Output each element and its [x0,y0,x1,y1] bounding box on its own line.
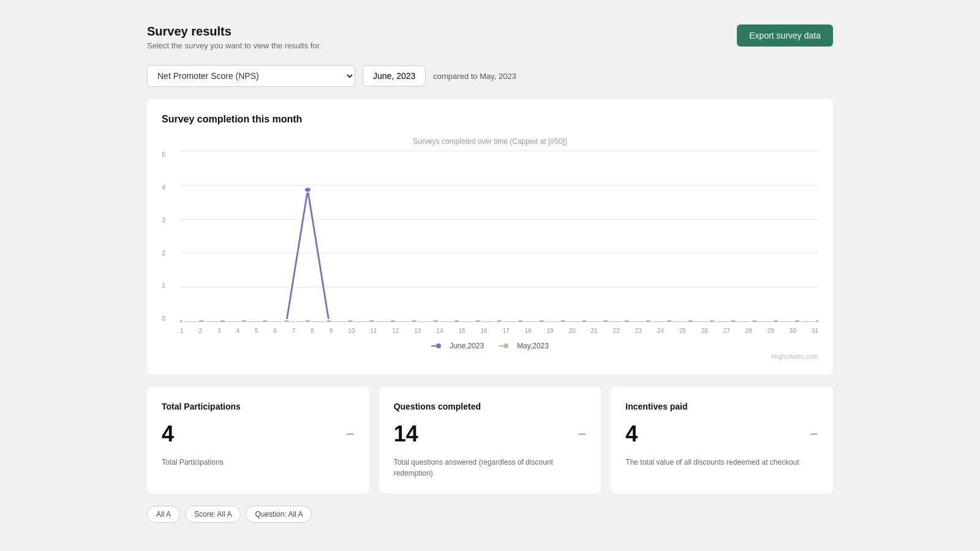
bottom-btn-1[interactable]: Score: All A [185,506,241,523]
legend-june: June,2023 [431,342,484,350]
stat-value-2: 4 [625,421,638,447]
stat-card-2: Incentives paid 4 − The total value of a… [611,387,833,493]
chart-card: Survey completion this month Surveys com… [147,99,833,375]
stat-desc-1: Total questions answered (regardless of … [394,457,587,479]
export-button[interactable]: Export survey data [737,24,833,47]
stat-title-2: Incentives paid [625,402,818,411]
chart-series-label: Surveys completed over time (Capped at [… [162,137,818,146]
stat-desc-0: Total Participations [162,457,355,468]
legend-june-line-icon [431,343,446,349]
highcharts-attribution: Highcharts.com [162,353,818,360]
svg-point-63 [436,343,441,348]
stat-value-row-1: 14 − [394,421,587,447]
bottom-buttons: All AScore: All AQuestion: All A [147,506,833,523]
stat-value-0: 4 [162,421,174,447]
y-axis: 0 1 2 3 4 5 [162,151,180,334]
svg-point-65 [503,343,508,348]
stat-value-1: 14 [394,421,418,447]
legend-may: May,2023 [499,342,549,350]
bottom-btn-2[interactable]: Question: All A [246,506,312,523]
page-title: Survey results [147,24,322,39]
chart-legend: June,2023 May,2023 [162,342,818,350]
bottom-btn-0[interactable]: All A [147,506,180,523]
stat-change-2: − [810,425,818,443]
stat-title-0: Total Participations [162,402,355,411]
x-axis: 1234567891011121314151617181920212223242… [180,322,818,334]
compare-text: compared to May, 2023 [433,72,516,81]
stat-change-1: − [578,425,586,443]
stat-card-0: Total Participations 4 − Total Participa… [147,387,369,493]
stat-title-1: Questions completed [394,402,587,411]
stat-value-row-0: 4 − [162,421,355,447]
filter-row: Net Promoter Score (NPS) June, 2023 comp… [147,65,833,87]
stat-value-row-2: 4 − [625,421,818,447]
chart-inner: 1234567891011121314151617181920212223242… [180,151,818,334]
stats-row: Total Participations 4 − Total Participa… [147,387,833,493]
legend-june-label: June,2023 [450,342,484,350]
date-button[interactable]: June, 2023 [363,66,426,86]
stat-card-1: Questions completed 14 − Total questions… [379,387,601,493]
stat-change-0: − [346,425,355,443]
page-subtitle: Select the survey you want to view the r… [147,41,322,50]
line-chart-svg [180,151,818,322]
svg-point-6 [304,187,311,192]
legend-may-line-icon [499,343,513,349]
survey-select[interactable]: Net Promoter Score (NPS) [147,65,355,87]
legend-may-label: May,2023 [517,342,549,350]
stat-desc-2: The total value of all discounts redeeme… [625,457,818,468]
chart-area: 0 1 2 3 4 5 1234567891 [162,151,818,334]
chart-title: Survey completion this month [162,114,818,125]
